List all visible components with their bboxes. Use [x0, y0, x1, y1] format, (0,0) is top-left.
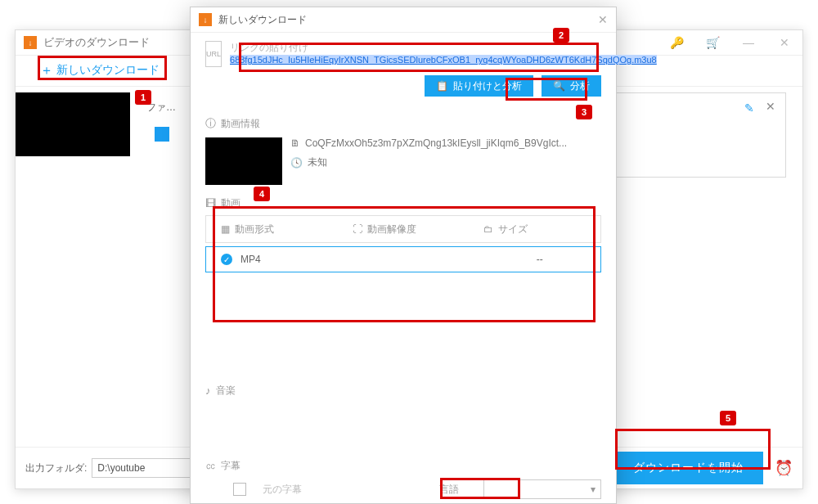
video-info-header: ⓘ 動画情報: [205, 116, 601, 131]
minimize-button[interactable]: —: [739, 36, 758, 49]
video-section-header: 🎞 動画: [205, 196, 601, 210]
url-icon: URL: [205, 41, 222, 67]
info-thumbnail: [205, 137, 282, 185]
close-button[interactable]: ✕: [775, 36, 794, 49]
alarm-icon[interactable]: ⏰: [775, 459, 793, 477]
file-label: ファ…: [146, 101, 176, 115]
language-dropdown[interactable]: ▾: [483, 479, 601, 499]
file-icon: 🗎: [290, 137, 300, 149]
language-label: 言語: [439, 483, 459, 497]
col-format: 動画形式: [235, 223, 274, 236]
format-value: MP4: [240, 254, 261, 265]
analyze-label: 分析: [570, 79, 590, 93]
cart-icon[interactable]: 🛒: [703, 36, 722, 49]
start-download-label: ダウンロードを開始: [633, 461, 744, 475]
subtitle-row: 元の字幕 言語 ▾: [205, 479, 601, 499]
original-subtitle-checkbox[interactable]: [233, 483, 246, 496]
video-info-block: 🗎CoQFzMxxOh5z3m7pXZmQng13kIEysll_jiKIqm6…: [205, 137, 601, 185]
format-table-header: ▦動画形式 ⛶動画解像度 🗀サイズ: [205, 215, 601, 243]
info-icon: ⓘ: [205, 116, 216, 131]
analyze-button[interactable]: 🔍 分析: [542, 75, 601, 97]
music-list-area: [205, 398, 601, 447]
url-input-row: URL リンクの貼り付け 683fg15dJHc_Iu5HIeHiEqyIrXN…: [205, 41, 601, 67]
music-section-header: ♪ 音楽: [205, 384, 601, 398]
dialog-logo-icon: ↓: [199, 13, 212, 26]
video-title: CoQFzMxxOh5z3m7pXZmQng13kIEysll_jiKIqm6_…: [305, 137, 567, 149]
dialog-close-button[interactable]: ✕: [598, 13, 608, 26]
new-download-dialog: ↓ 新しいダウンロード ✕ URL リンクの貼り付け 683fg15dJHc_I…: [190, 7, 617, 504]
subtitle-section-header: ㏄ 字幕: [205, 458, 601, 473]
output-folder-label: 出力フォルダ:: [25, 461, 87, 475]
app-logo-icon: ↓: [24, 36, 37, 49]
video-thumbnail[interactable]: [16, 92, 130, 156]
new-download-label: 新しいダウンロード: [56, 63, 160, 78]
mp4-badge-icon: [155, 127, 169, 142]
dialog-title: 新しいダウンロード: [218, 13, 307, 27]
chevron-down-icon: ▾: [591, 484, 596, 495]
cc-icon: ㏄: [205, 458, 216, 473]
paste-analyze-label: 貼り付けと分析: [453, 79, 522, 93]
video-icon: 🎞: [205, 197, 216, 209]
url-field[interactable]: リンクの貼り付け 683fg15dJHc_Iu5HIeHiEqyIrXNSN_T…: [230, 41, 657, 65]
plus-icon: ＋: [40, 62, 53, 79]
clock-icon: 🕓: [290, 157, 303, 169]
format-row[interactable]: ✓ MP4 --: [205, 246, 601, 272]
url-value: 683fg15dJHc_Iu5HIeHiEqyIrXNSN_TGicsSEDlu…: [230, 55, 657, 65]
original-subtitle-label: 元の字幕: [263, 483, 302, 497]
col-resolution: 動画解像度: [367, 223, 416, 236]
format-list-area: [205, 274, 601, 372]
start-download-button[interactable]: ダウンロードを開始: [614, 452, 763, 484]
edit-icon[interactable]: ✎: [744, 101, 754, 115]
film-icon: ▦: [221, 223, 230, 235]
check-icon: ✓: [221, 254, 232, 265]
duration-label: 未知: [308, 155, 327, 169]
paste-analyze-button[interactable]: 📋 貼り付けと分析: [425, 75, 533, 97]
key-icon[interactable]: 🔑: [667, 36, 686, 49]
search-icon: 🔍: [553, 80, 565, 92]
col-size: サイズ: [498, 223, 528, 236]
dialog-titlebar: ↓ 新しいダウンロード ✕: [191, 7, 616, 33]
output-folder-input[interactable]: [92, 458, 201, 478]
main-title: ビデオのダウンロード: [43, 35, 150, 50]
size-value: --: [537, 254, 543, 265]
url-placeholder: リンクの貼り付け: [230, 41, 657, 55]
music-icon: ♪: [205, 385, 211, 397]
new-download-button[interactable]: ＋ 新しいダウンロード: [40, 62, 160, 79]
folder-icon: 🗀: [483, 223, 493, 235]
clear-icon[interactable]: ✕: [766, 100, 775, 113]
resolution-icon: ⛶: [353, 223, 362, 235]
paste-icon: 📋: [436, 80, 448, 92]
